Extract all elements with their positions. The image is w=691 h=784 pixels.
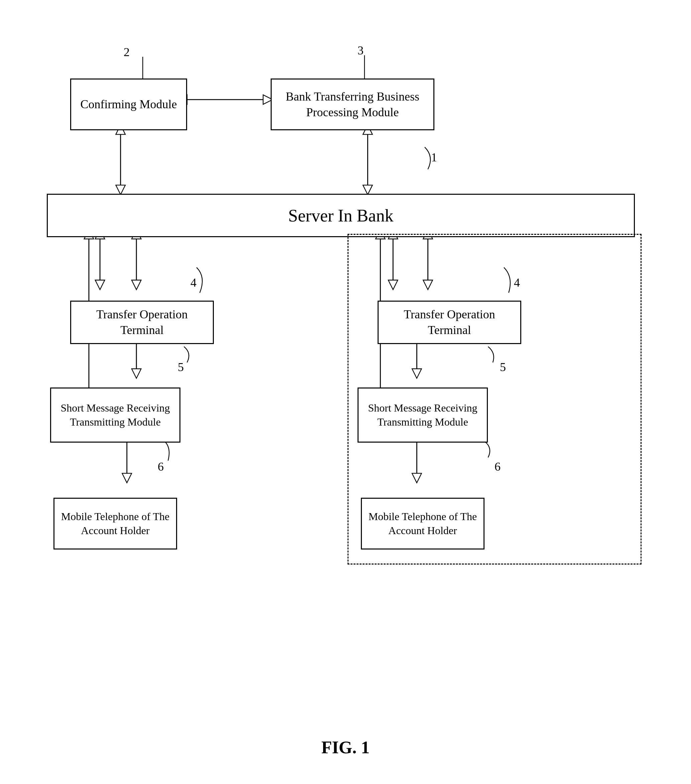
label-6a: 6 bbox=[158, 460, 164, 474]
diagram: 2 3 1 4 5 6 4 5 6 Confirming Module Bank… bbox=[27, 27, 664, 717]
svg-marker-19 bbox=[122, 473, 132, 483]
svg-marker-10 bbox=[95, 280, 105, 290]
short-msg-left-box: Short Message Receiving Transmitting Mod… bbox=[50, 387, 180, 443]
mobile-left-box: Mobile Telephone of The Account Holder bbox=[53, 498, 177, 550]
label-4a: 4 bbox=[190, 275, 196, 290]
svg-marker-16 bbox=[132, 369, 141, 378]
transfer-terminal-right-box: Transfer Operation Terminal bbox=[378, 301, 521, 344]
svg-marker-4 bbox=[116, 185, 125, 194]
label-2: 2 bbox=[124, 45, 130, 59]
label-5a: 5 bbox=[178, 360, 184, 374]
transfer-terminal-left-box: Transfer Operation Terminal bbox=[70, 301, 214, 344]
mobile-right-box: Mobile Telephone of The Account Holder bbox=[361, 498, 485, 550]
short-msg-right-box: Short Message Receiving Transmitting Mod… bbox=[358, 387, 488, 443]
figure-caption: FIG. 1 bbox=[322, 738, 369, 757]
label-3: 3 bbox=[358, 43, 364, 58]
svg-marker-7 bbox=[363, 185, 372, 194]
bank-transferring-box: Bank Transferring Business Processing Mo… bbox=[270, 79, 434, 130]
confirming-module-box: Confirming Module bbox=[70, 79, 187, 130]
server-in-bank-box: Server In Bank bbox=[47, 194, 635, 237]
svg-marker-13 bbox=[132, 280, 141, 290]
label-1: 1 bbox=[431, 150, 437, 164]
